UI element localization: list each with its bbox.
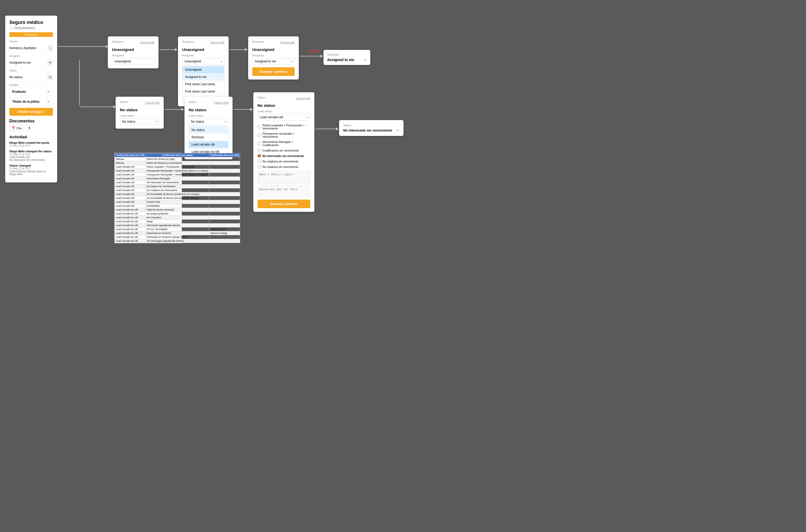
status-card-1: Status Cancel edit No status Lead status… [116, 97, 164, 129]
table-row: Lead Cerrado No UtilFalta de horario com… [115, 208, 240, 212]
activity-item-3: Owner changed 14 May 23 at 10:0 Carlos A… [9, 164, 53, 176]
table-row: Lead Cerrado UtilNo Susceptible de Bronc… [115, 196, 240, 200]
table-row: Lead Cerrado UtilHorario Libre [115, 200, 240, 204]
radio-poliza[interactable] [257, 125, 261, 129]
radio-item-3[interactable]: Cualificación sin vencimiento [257, 148, 310, 153]
dropdown-item-name2[interactable]: Frist name Last name [183, 88, 224, 95]
radio-cualificacion[interactable] [257, 149, 261, 152]
table-row: RetrasaMotivo de retrasa por pagó [115, 157, 240, 161]
chevron-down-icon-s2: ▾ [225, 120, 226, 123]
round-win-textarea[interactable] [257, 186, 310, 196]
download-button[interactable]: ⬇ [26, 125, 33, 131]
table-row: Lead Cerrado UtilEmbotellado [115, 204, 240, 208]
assignee-value-row-1: Unassigned [112, 58, 154, 65]
assignee-edit-button[interactable]: ✏ [47, 60, 53, 65]
cita-button[interactable]: 📅 Cita [9, 125, 24, 131]
cancel-edit-s1[interactable]: Cancel edit [145, 101, 159, 104]
status-card-2: Status Cancel edit No status Lead status… [185, 97, 233, 159]
table-header-3: Tipificación (Una por Util) [209, 153, 240, 157]
cancel-edit-3[interactable]: Cancel edit [280, 41, 295, 44]
arrow-1 [58, 45, 108, 48]
check-icon-2: ✓ [47, 99, 50, 104]
table-row: Lead Cerrado No UtilNo Consultivo [115, 216, 240, 220]
documentos-title: Documentos [9, 119, 53, 124]
titular-item: Titular de la póliza ✓ [9, 97, 53, 106]
chevron-down-icon-3: ▾ [291, 60, 292, 63]
status-dropdown-1[interactable]: No status ▾ [120, 118, 159, 125]
dropdown-item-unassigned[interactable]: Unassigned [183, 66, 224, 73]
status-item-rechaza[interactable]: Rechaza [189, 134, 228, 141]
table-row: Lead Cerrado No UtilInfomentos (agradeci… [115, 224, 240, 227]
status-field: No status ✏ [9, 73, 53, 82]
status-badge: Cotización [9, 32, 53, 37]
arrow-4 [300, 55, 323, 58]
radio-presupuerto[interactable] [257, 134, 261, 137]
radio-nocolabora2[interactable] [257, 165, 261, 168]
chevron-down-icon: ▾ [221, 60, 222, 63]
pencil-icon-4[interactable]: ✏ [364, 58, 367, 62]
detalles-label: Detalles [9, 84, 53, 87]
status-item-lcutil[interactable]: Lead cerrado útil [189, 141, 228, 148]
save-changes-button-s3[interactable]: Guardar cambios [257, 200, 310, 208]
chevron-down-icon-s1: ▾ [156, 120, 157, 123]
arrow-3 [229, 48, 248, 51]
table-row: Lead Cerrado UtilNo Interesado Sin Venci… [115, 180, 240, 185]
save-changes-button-3[interactable]: Guardar cambios [252, 67, 295, 76]
table-row: Lead Cerrado UtilNo Seguro Sin Vencimien… [115, 185, 240, 188]
table-row: Lead Cerrado UtilVencimiento Recogido [115, 177, 240, 180]
table-row: Lead Cerrado UtilNo Colabora Sin Vencimi… [115, 188, 240, 192]
arrow-8 [315, 127, 339, 131]
arrow-6 [165, 108, 184, 111]
actividad-title: Actividad [9, 135, 53, 139]
arrow-2 [159, 48, 177, 51]
client-edit-button[interactable]: → [47, 45, 53, 51]
status-dropdown-3[interactable]: Lead cerrado útil ▾ [257, 114, 310, 120]
table-card: Turificación (Una por Util) Turificación… [114, 153, 182, 243]
table-row: RetrasaMotivo de retrasa por vencimiento [115, 161, 240, 165]
table-row: Lead Cerrado No UtilSin Descuagar (agrad… [115, 239, 240, 243]
assignee-card-1: Assignee Cancel edit Unassigned Assignee… [108, 36, 158, 68]
cancel-edit-s3[interactable]: Cancel edit [296, 97, 310, 100]
client-label: Cliente [9, 40, 53, 43]
cancel-edit-s2[interactable]: Cancel edit [214, 101, 228, 104]
radio-nocolabora1[interactable] [257, 159, 261, 163]
status-edit-button[interactable]: ✏ [47, 74, 53, 80]
assignee-card-4: Assignee Assigned to me ✏ [324, 50, 370, 65]
radio-item-6[interactable]: No colabora sin vencimiento [257, 164, 310, 169]
radio-item-1[interactable]: Presupuerto rechazado + Vencimiento [257, 131, 310, 139]
arrow-7 [233, 108, 253, 111]
radio-item-2[interactable]: Vencimiento Recogido + Cualificación [257, 139, 310, 148]
assignee-dropdown-2[interactable]: Unassigned ▾ [182, 58, 225, 65]
cancel-edit-1[interactable]: Cancel edit [140, 41, 154, 44]
table-row: Lead Cerrado No UtilInteresado en Produc… [115, 231, 240, 235]
payment-button[interactable]: Detalles de pago › [9, 108, 53, 116]
table-row: Lead Cerrado UtilPresupuesto Rechazado +… [115, 169, 240, 173]
left-panel: Seguro médico 📄 FR23234245421 Cotización… [5, 16, 57, 183]
radio-vencimiento[interactable] [257, 142, 261, 145]
status-dropdown-2[interactable]: No status ▾ [189, 118, 228, 125]
table-row: Lead Cerrado No UtilNo acepta grabación [115, 212, 240, 216]
dropdown-item-name1[interactable]: Frist name Last name [183, 80, 224, 88]
dropdown-item-assigned[interactable]: Assigned to me [183, 73, 224, 80]
table-row: Lead Cerrado UtilPresupuesto Rechazado +… [115, 173, 240, 177]
cancel-edit-2[interactable]: Cancel edit [210, 41, 225, 44]
producto-item: Producto ✓ [9, 88, 53, 96]
status-item-nostatus[interactable]: No status [189, 126, 228, 134]
table-header-2: Turificación (Una por pagó) [146, 153, 209, 157]
radio-nointeresado[interactable] [257, 154, 261, 157]
radio-item-4[interactable]: No interesado sin vencimiento [257, 153, 310, 158]
download-icon: ⬇ [28, 126, 31, 130]
table-row: Lead Cerrado No UtilIlarga [115, 220, 240, 224]
radio-item-5[interactable]: No colabora sin vencimiento [257, 158, 310, 164]
assignee-card-2: Assignee Cancel edit Unassigned Assignee… [178, 36, 229, 106]
table-row: Lead Cerrado No UtilIPI KO / No Elegible… [115, 227, 240, 231]
table-row: Lead Cerrado UtilNo Susceptible de Bronc… [115, 192, 240, 196]
doc-icon: 📄 [9, 26, 13, 30]
client-field: Nombre y Apellidos → [9, 44, 53, 53]
pencil-icon-status[interactable]: ✏ [397, 128, 399, 132]
status-final-card: Status No interesado sin vencimiento ✏ [339, 120, 404, 136]
radio-group-status: Póliza aceptada + Presupuesto + Vencimie… [257, 123, 310, 169]
assignee-dropdown-3[interactable]: Assigned to me ▾ [252, 58, 295, 65]
radio-item-0[interactable]: Póliza aceptada + Presupuesto + Vencimie… [257, 123, 310, 131]
public-label-textarea[interactable] [257, 171, 310, 184]
